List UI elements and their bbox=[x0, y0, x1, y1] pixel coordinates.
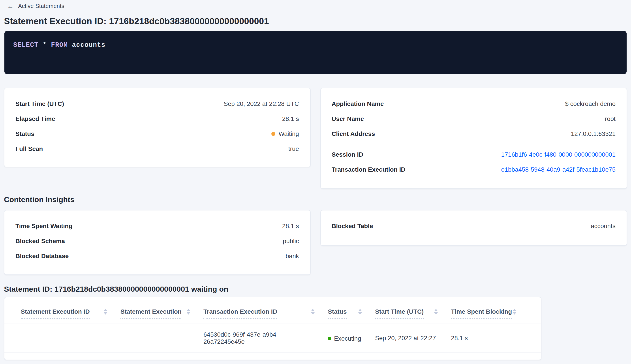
time-spent-waiting-row: Time Spent Waiting 28.1 s bbox=[16, 218, 299, 234]
time-spent-waiting-label: Time Spent Waiting bbox=[16, 222, 72, 230]
column-label: Status bbox=[328, 308, 347, 318]
column-header-start-time[interactable]: Start Time (UTC) bbox=[375, 308, 451, 318]
client-address-row: Client Address 127.0.0.1:63321 bbox=[332, 126, 616, 141]
start-time-value: Sep 20, 2022 at 22:28 UTC bbox=[224, 100, 299, 107]
contention-insights-heading: Contention Insights bbox=[4, 195, 631, 205]
sql-statement-text: SELECT * FROM accounts bbox=[13, 42, 618, 50]
sql-keyword-select: SELECT bbox=[13, 42, 38, 49]
sort-icon[interactable] bbox=[513, 309, 516, 314]
session-id-label: Session ID bbox=[332, 151, 363, 158]
sort-icon[interactable] bbox=[187, 309, 190, 314]
status-badge: Waiting bbox=[272, 130, 299, 137]
session-details-card: Application Name $ cockroach demo User N… bbox=[320, 88, 627, 189]
sort-icon[interactable] bbox=[104, 309, 107, 314]
waiting-status-dot-icon bbox=[272, 132, 276, 136]
status-value: Executing bbox=[334, 335, 361, 342]
blocked-table-card: Blocked Table accounts bbox=[320, 210, 627, 246]
status-label: Status bbox=[16, 130, 34, 137]
time-spent-waiting-value: 28.1 s bbox=[282, 222, 299, 230]
sort-icon[interactable] bbox=[358, 309, 362, 314]
column-header-time-spent-blocking[interactable]: Time Spent Blocking bbox=[451, 308, 530, 318]
blocked-schema-row: Blocked Schema public bbox=[16, 234, 299, 248]
transaction-execution-id-row: Transaction Execution ID e1bba458-5948-4… bbox=[332, 162, 616, 177]
column-header-status[interactable]: Status bbox=[328, 308, 375, 318]
elapsed-time-row: Elapsed Time 28.1 s bbox=[16, 111, 299, 126]
application-name-label: Application Name bbox=[332, 100, 384, 107]
user-name-row: User Name root bbox=[332, 111, 616, 126]
sql-keyword-from: FROM bbox=[51, 42, 68, 49]
column-header-statement-execution[interactable]: Statement Execution bbox=[120, 308, 204, 318]
status-value: Waiting bbox=[279, 130, 299, 137]
card-divider bbox=[332, 144, 616, 144]
column-header-transaction-execution-id[interactable]: Transaction Execution ID bbox=[204, 308, 328, 318]
full-scan-value: true bbox=[288, 145, 299, 152]
elapsed-time-label: Elapsed Time bbox=[16, 115, 55, 122]
start-time-label: Start Time (UTC) bbox=[16, 100, 64, 107]
full-scan-row: Full Scan true bbox=[16, 141, 299, 156]
cell-time-spent-blocking: 28.1 s bbox=[451, 334, 530, 342]
client-address-value: 127.0.0.1:63321 bbox=[571, 130, 616, 137]
sql-table-name: accounts bbox=[68, 42, 106, 49]
cell-start-time: Sep 20, 2022 at 22:27 bbox=[375, 334, 451, 342]
full-scan-label: Full Scan bbox=[16, 145, 43, 152]
sql-statement-box: SELECT * FROM accounts bbox=[4, 31, 626, 74]
transaction-execution-id-label: Transaction Execution ID bbox=[332, 166, 406, 173]
status-row: Status Waiting bbox=[16, 126, 299, 141]
back-to-active-statements-link[interactable]: ← Active Statements bbox=[7, 3, 64, 9]
column-label: Time Spent Blocking bbox=[451, 308, 512, 318]
cell-status: Executing bbox=[328, 334, 375, 342]
execution-overview-card: Start Time (UTC) Sep 20, 2022 at 22:28 U… bbox=[4, 88, 310, 167]
table-header-row: Statement Execution ID Statement Executi… bbox=[4, 298, 541, 324]
column-label: Start Time (UTC) bbox=[375, 308, 424, 318]
transaction-execution-id-link[interactable]: e1bba458-5948-40a9-a42f-5feac1b10e75 bbox=[501, 166, 616, 173]
cell-transaction-execution-id: 64530d0c-969f-437e-a9b4-26a72245e45e bbox=[204, 331, 328, 345]
statement-execution-details-page: ← Active Statements Statement Execution … bbox=[0, 0, 631, 364]
column-label: Statement Execution ID bbox=[21, 308, 90, 318]
back-link-label: Active Statements bbox=[18, 3, 64, 9]
sort-icon[interactable] bbox=[434, 309, 438, 314]
blocked-schema-label: Blocked Schema bbox=[16, 237, 65, 244]
sql-star: * bbox=[38, 42, 51, 49]
column-header-statement-execution-id[interactable]: Statement Execution ID bbox=[21, 308, 120, 318]
contention-details-card: Time Spent Waiting 28.1 s Blocked Schema… bbox=[4, 210, 310, 275]
application-name-value: $ cockroach demo bbox=[565, 100, 616, 107]
blocked-table-value: accounts bbox=[591, 222, 616, 230]
executing-status-dot-icon bbox=[328, 336, 332, 340]
blocked-database-value: bank bbox=[286, 252, 299, 260]
table-row: 64530d0c-969f-437e-a9b4-26a72245e45e Exe… bbox=[4, 324, 541, 353]
waiting-on-table: Statement Execution ID Statement Executi… bbox=[4, 297, 542, 360]
arrow-left-icon: ← bbox=[7, 3, 14, 9]
blocked-table-row: Blocked Table accounts bbox=[332, 218, 616, 234]
blocked-database-row: Blocked Database bank bbox=[16, 248, 299, 264]
blocked-table-label: Blocked Table bbox=[332, 222, 373, 230]
user-name-value: root bbox=[605, 115, 616, 122]
application-name-row: Application Name $ cockroach demo bbox=[332, 96, 616, 111]
user-name-label: User Name bbox=[332, 115, 364, 122]
waiting-on-heading: Statement ID: 1716b218dc0b38380000000000… bbox=[4, 284, 631, 294]
sort-icon[interactable] bbox=[311, 309, 314, 314]
client-address-label: Client Address bbox=[332, 130, 375, 137]
blocked-schema-value: public bbox=[283, 237, 299, 244]
blocked-database-label: Blocked Database bbox=[16, 252, 68, 260]
column-label: Statement Execution bbox=[120, 308, 182, 318]
summary-cards-row: Start Time (UTC) Sep 20, 2022 at 22:28 U… bbox=[4, 88, 627, 189]
session-id-row: Session ID 1716b1f6-4e0c-f480-0000-00000… bbox=[332, 147, 616, 162]
session-id-link[interactable]: 1716b1f6-4e0c-f480-0000-000000000001 bbox=[501, 151, 616, 158]
column-label: Transaction Execution ID bbox=[204, 308, 277, 318]
contention-cards-row: Time Spent Waiting 28.1 s Blocked Schema… bbox=[4, 210, 627, 275]
page-title: Statement Execution ID: 1716b218dc0b3838… bbox=[4, 16, 631, 26]
start-time-row: Start Time (UTC) Sep 20, 2022 at 22:28 U… bbox=[16, 96, 299, 111]
elapsed-time-value: 28.1 s bbox=[282, 115, 299, 122]
